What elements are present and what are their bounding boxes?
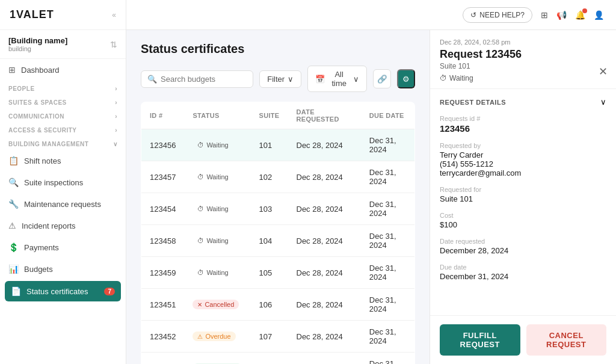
sidebar-item-dashboard[interactable]: ⊞ Dashboard — [0, 59, 126, 81]
table-row[interactable]: 123451 Cancelled 106 Dec 28, 2024 Dec 31… — [141, 289, 415, 321]
filter-chevron-icon: ∨ — [288, 75, 294, 84]
sidebar-item-incidents[interactable]: ⚠ Incident reports — [0, 215, 126, 236]
field-requested-by-email: terrycarder@gmail.com — [440, 168, 606, 177]
cell-id: 123456 — [141, 129, 185, 161]
cell-due-date: Dec 31, 2024 — [361, 321, 415, 353]
field-requested-by-label: Requested by — [440, 142, 606, 149]
filter-button[interactable]: Filter ∨ — [259, 70, 301, 88]
link-button[interactable]: 🔗 — [373, 69, 391, 88]
shift-notes-label: Shift notes — [24, 156, 61, 165]
cell-date-requested: Dec 28, 2024 — [288, 257, 361, 289]
cell-due-date: Dec 31, 2024 — [361, 193, 415, 225]
nav-section-access[interactable]: ACCESS & SECURITY › — [0, 122, 126, 136]
nav-section-people[interactable]: PEOPLE › — [0, 81, 126, 94]
chevron-updown-icon: ⇅ — [110, 40, 117, 49]
field-requests-id-value: 123456 — [440, 123, 606, 134]
col-header-due-date: Due date — [361, 102, 415, 129]
nav-section-suites[interactable]: SUITES & SPACES › — [0, 94, 126, 108]
cell-id: 123452 — [141, 321, 185, 353]
section-communication-label: COMMUNICATION — [8, 113, 64, 120]
cell-id: 123451 — [141, 289, 185, 321]
sidebar-item-maintenance[interactable]: 🔧 Maintenance requests — [0, 193, 126, 215]
notification-dot — [582, 8, 587, 13]
collapse-sidebar-button[interactable]: « — [112, 11, 116, 19]
sidebar-item-budgets[interactable]: 📊 Budgets — [0, 258, 126, 280]
sidebar-item-status-certificates[interactable]: 📄 Status certificates 7 — [5, 281, 121, 301]
cell-suite: 106 — [251, 289, 288, 321]
field-requested-for-label: Requested for — [440, 186, 606, 193]
page-title: Status certificates — [141, 42, 415, 56]
add-button[interactable]: ⊞ — [541, 10, 548, 20]
status-cert-badge: 7 — [104, 288, 115, 295]
detail-datetime: Dec 28, 2024, 02:58 pm — [440, 39, 606, 46]
section-people-label: PEOPLE — [8, 85, 35, 92]
table-row[interactable]: 123457 Waiting 102 Dec 28, 2024 Dec 31, … — [141, 161, 415, 193]
detail-header: Dec 28, 2024, 02:58 pm Request 123456 Su… — [430, 30, 616, 89]
table-row[interactable]: 123458 Waiting 104 Dec 28, 2024 Dec 31, … — [141, 225, 415, 257]
detail-status: ⏱ Waiting — [440, 74, 606, 82]
cell-date-requested: Dec 28, 2024 — [288, 353, 361, 365]
search-box[interactable]: 🔍 — [141, 70, 253, 88]
section-suites-label: SUITES & SPACES — [8, 99, 67, 106]
app-logo: 1VALET — [10, 8, 54, 21]
close-detail-button[interactable]: ✕ — [599, 65, 608, 78]
status-badge: Overdue — [192, 332, 235, 341]
sidebar-item-payments[interactable]: 💲 Payments — [0, 236, 126, 258]
status-badge: Cancelled — [192, 300, 239, 309]
megaphone-button[interactable]: 📢 — [556, 10, 567, 20]
nav-section-building[interactable]: BUILDING MANAGEMENT ∨ — [0, 136, 126, 150]
status-cert-icon: 📄 — [11, 286, 21, 296]
calendar-icon: 📅 — [315, 75, 325, 84]
detail-section-header: REQUEST DETAILS ∨ — [440, 97, 606, 106]
cell-id: 123457 — [141, 161, 185, 193]
col-header-status: Status — [184, 102, 250, 129]
shift-notes-icon: 📋 — [8, 156, 19, 165]
cell-status: Waiting — [184, 225, 250, 257]
chevron-right-icon: › — [115, 127, 117, 134]
collapse-section-icon[interactable]: ∨ — [600, 97, 606, 106]
profile-button[interactable]: 👤 — [594, 10, 604, 20]
payments-icon: 💲 — [8, 242, 19, 252]
cell-suite: 103 — [251, 193, 288, 225]
cancel-request-button[interactable]: CANCEL REQUEST — [526, 324, 607, 356]
field-requests-id-label: Requests id # — [440, 115, 606, 122]
table-row[interactable]: 123459 Waiting 105 Dec 28, 2024 Dec 31, … — [141, 257, 415, 289]
nav-section-communication[interactable]: COMMUNICATION › — [0, 108, 126, 122]
cell-suite: 108 — [251, 353, 288, 365]
search-input[interactable] — [161, 75, 247, 84]
cell-due-date: Dec 31, 2024 — [361, 225, 415, 257]
time-filter-button[interactable]: 📅 All time ∨ — [307, 66, 367, 92]
fulfill-request-button[interactable]: FULFILL REQUEST — [440, 324, 520, 356]
table-row[interactable]: 123454 Waiting 103 Dec 28, 2024 Dec 31, … — [141, 193, 415, 225]
cell-date-requested: Dec 28, 2024 — [288, 321, 361, 353]
building-selector[interactable]: [Building name] building ⇅ — [0, 30, 126, 59]
table-row[interactable]: 123456 Waiting 101 Dec 28, 2024 Dec 31, … — [141, 129, 415, 161]
status-cert-label: Status certificates — [26, 287, 88, 296]
field-requested-by-phone: (514) 555-1212 — [440, 159, 606, 168]
status-badge: Waiting — [192, 235, 233, 246]
table-row[interactable]: 123452 Overdue 107 Dec 28, 2024 Dec 31, … — [141, 321, 415, 353]
incidents-label: Incident reports — [22, 221, 76, 230]
clock-icon: ⏱ — [440, 74, 447, 82]
detail-body: REQUEST DETAILS ∨ Requests id # 123456 R… — [430, 89, 616, 315]
suite-inspections-icon: 🔍 — [8, 177, 19, 187]
table-row[interactable]: 123453 Completed 108 Dec 28, 2024 Dec 31… — [141, 353, 415, 365]
field-requested-by: Requested by Terry Carder (514) 555-1212… — [440, 142, 606, 177]
cell-status: Waiting — [184, 129, 250, 161]
sidebar-item-suite-inspections[interactable]: 🔍 Suite inspections — [0, 171, 126, 193]
cell-due-date: Dec 31, 2024 — [361, 129, 415, 161]
detail-panel: Dec 28, 2024, 02:58 pm Request 123456 Su… — [430, 30, 616, 364]
cell-suite: 105 — [251, 257, 288, 289]
time-label: All time — [328, 70, 350, 88]
cell-suite: 101 — [251, 129, 288, 161]
notifications-button[interactable]: 🔔 — [575, 10, 585, 20]
payments-label: Payments — [24, 243, 59, 252]
sidebar-item-shift-notes[interactable]: 📋 Shift notes — [0, 150, 126, 171]
columns-settings-button[interactable]: ⚙ — [397, 69, 415, 88]
main-area: ↺ NEED HELP? ⊞ 📢 🔔 👤 Status certificates… — [126, 0, 616, 364]
megaphone-icon: 📢 — [556, 10, 567, 20]
chevron-right-icon: › — [115, 99, 117, 106]
time-chevron-icon: ∨ — [353, 75, 359, 84]
detail-section-title: REQUEST DETAILS — [440, 99, 506, 106]
need-help-button[interactable]: ↺ NEED HELP? — [463, 7, 532, 23]
